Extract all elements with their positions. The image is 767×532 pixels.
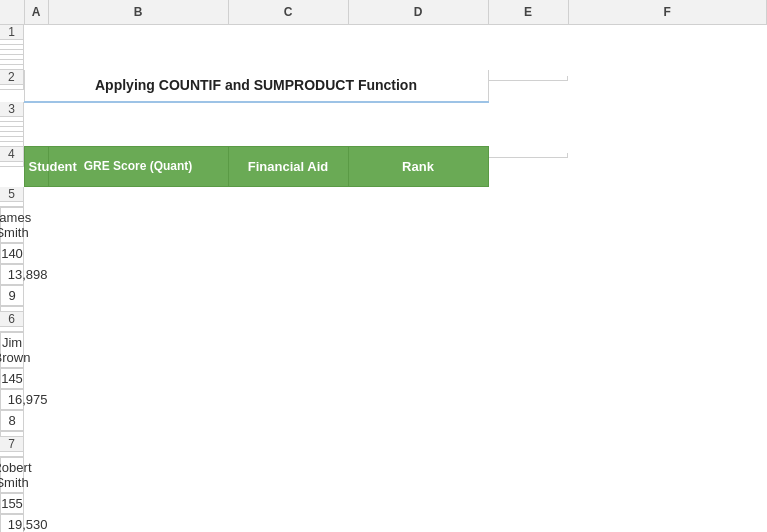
cell-a2[interactable] — [0, 85, 24, 90]
financial-value: 19,530 — [8, 517, 48, 532]
financial-value: 16,975 — [8, 392, 48, 407]
table-row: 7 Robert Smith 155 $ 19,530 1 — [0, 437, 767, 533]
financial-value: 13,898 — [8, 267, 48, 282]
table-row: 6 Jim Brown 145 $ 16,975 8 — [0, 312, 767, 437]
corner-cell — [0, 0, 24, 24]
cell-student-5[interactable]: James Smith — [0, 207, 24, 243]
table-row: 5 James Smith 140 $ 13,898 9 — [0, 187, 767, 312]
cell-rank-5[interactable]: 9 — [0, 285, 24, 306]
cell-gre-7[interactable]: 155 — [0, 493, 24, 514]
col-f-header: F — [568, 0, 767, 24]
cell-financial-5[interactable]: $ 13,898 — [0, 264, 24, 285]
header-rank: Rank — [348, 147, 488, 187]
col-a-header: A — [24, 0, 48, 24]
cell-student-7[interactable]: Robert Smith — [0, 457, 24, 493]
cell-gre-5[interactable]: 140 — [0, 243, 24, 264]
title-cell: Applying COUNTIF and SUMPRODUCT Function — [24, 70, 488, 102]
row-num-2: 2 — [0, 70, 24, 85]
cell-f2[interactable] — [489, 76, 569, 81]
row-num-6: 6 — [0, 312, 24, 327]
cell-gre-6[interactable]: 145 — [0, 368, 24, 389]
col-c-header: C — [228, 0, 348, 24]
cell-financial-7[interactable]: $ 19,530 — [0, 514, 24, 533]
row-num-1: 1 — [0, 25, 24, 40]
col-d-header: D — [348, 0, 488, 24]
row-num-5: 5 — [0, 187, 24, 202]
cell-a4[interactable] — [0, 162, 24, 167]
cell-financial-6[interactable]: $ 16,975 — [0, 389, 24, 410]
col-e-header: E — [488, 0, 568, 24]
spreadsheet: A B C D E F 1 2 Ap — [0, 0, 767, 532]
spreadsheet-title: Applying COUNTIF and SUMPRODUCT Function — [95, 77, 417, 93]
row-num-3: 3 — [0, 102, 24, 117]
row-num-4: 4 — [0, 147, 24, 162]
col-b-header: B — [48, 0, 228, 24]
row-num-7: 7 — [0, 437, 24, 452]
cell-student-6[interactable]: Jim Brown — [0, 332, 24, 368]
cell-rank-6[interactable]: 8 — [0, 410, 24, 431]
cell-f4[interactable] — [489, 153, 569, 158]
header-financial: Financial Aid — [228, 147, 348, 187]
header-student: Student — [24, 147, 48, 187]
